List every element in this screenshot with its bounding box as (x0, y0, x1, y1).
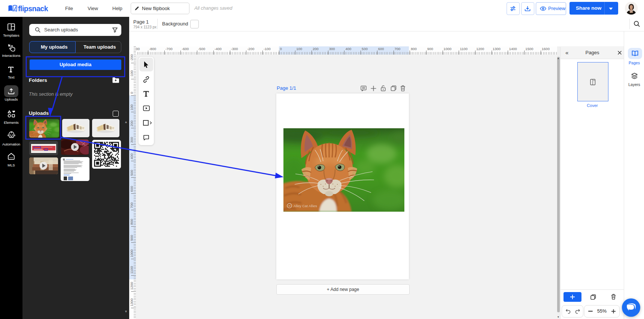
svg-text:flipsnack: flipsnack (18, 4, 48, 13)
